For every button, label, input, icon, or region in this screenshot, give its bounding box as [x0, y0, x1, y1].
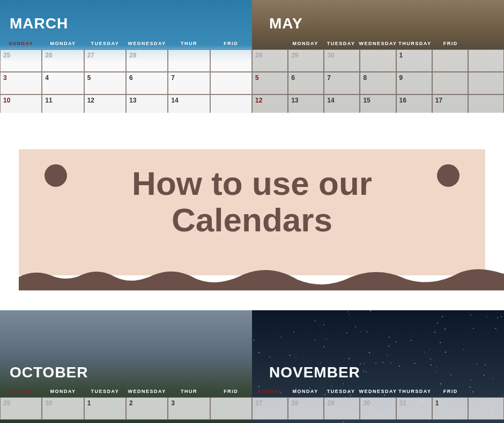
calendar-cell: 30	[324, 49, 360, 72]
banner-pin-left-icon	[45, 164, 67, 187]
calendar-grid-october: 2930123	[0, 397, 252, 420]
day-header-label: SUNDAY	[252, 386, 287, 396]
day-header-label: MONDAY	[287, 386, 323, 396]
calendar-cell: 15	[360, 94, 396, 113]
calendar-row: 2829301	[252, 49, 504, 72]
calendar-may: MAY MONDAYTUESDAYWEDNESDAYTHURSDAYFRID 2…	[252, 0, 504, 113]
calendar-cell: 1	[432, 397, 468, 420]
bottom-calendars: OCTOBER SUNDAYMONDAYTUESDAYWEDNESDAYTHUR…	[0, 310, 504, 423]
month-title-november: NOVEMBER	[269, 364, 360, 381]
day-headers-november: SUNDAYMONDAYTUESDAYWEDNESDAYTHURSDAYFRID	[252, 386, 504, 396]
calendar-cell: 12	[84, 94, 126, 113]
banner-pin-right-icon	[437, 164, 459, 187]
banner-section: How to use our Calendars	[0, 113, 504, 311]
calendar-cell: 10	[0, 94, 42, 113]
calendar-cell: 2	[126, 397, 168, 420]
calendar-cell: 26	[42, 49, 84, 72]
day-header-label: WEDNESDAY	[126, 386, 168, 396]
calendar-cell: 29	[324, 397, 360, 420]
day-header-label: THUR	[168, 386, 210, 396]
calendar-cell: 1	[396, 49, 432, 72]
day-header-label: FRID	[210, 39, 252, 48]
banner-title: How to use our Calendars	[67, 165, 437, 238]
calendar-cell: 28	[252, 49, 288, 72]
day-headers-october: SUNDAYMONDAYTUESDAYWEDNESDAYTHURFRID	[0, 386, 252, 396]
day-header-label: FRID	[433, 386, 468, 396]
calendar-cell	[468, 397, 504, 420]
day-header-label: MONDAY	[42, 39, 84, 48]
calendar-cell: 14	[168, 94, 210, 113]
calendar-cell: 29	[288, 49, 324, 72]
calendar-grid-march: 25262728345671011121314	[0, 49, 252, 113]
top-calendars: MARCH SUNDAYMONDAYTUESDAYWEDNESDAYTHURFR…	[0, 0, 504, 113]
calendar-cell: 7	[324, 72, 360, 94]
calendar-cell: 14	[324, 94, 360, 113]
calendar-cell	[210, 397, 252, 420]
banner: How to use our Calendars	[19, 149, 485, 275]
calendar-cell: 31	[396, 397, 432, 420]
calendar-cell: 4	[42, 72, 84, 94]
month-title-march: MARCH	[10, 15, 68, 32]
calendar-row: 2930123	[0, 397, 252, 420]
banner-torn-edge-icon	[19, 264, 504, 290]
calendar-cell: 29	[0, 397, 42, 420]
calendar-cell: 16	[396, 94, 432, 113]
day-header-label	[469, 386, 504, 396]
day-header-label: FRID	[210, 386, 252, 396]
calendar-row: 34567	[0, 72, 252, 94]
day-header-label: WEDNESDAY	[359, 386, 397, 396]
calendar-cell: 25	[0, 49, 42, 72]
calendar-cell	[210, 72, 252, 94]
calendar-cell: 5	[252, 72, 288, 94]
calendar-cell	[432, 49, 468, 72]
day-header-label: TUESDAY	[323, 39, 359, 48]
day-headers-may: MONDAYTUESDAYWEDNESDAYTHURSDAYFRID	[252, 39, 504, 48]
day-header-label: MONDAY	[287, 39, 323, 48]
calendar-cell: 7	[168, 72, 210, 94]
calendar-row: 27282930311	[252, 397, 504, 420]
day-header-label: FRID	[433, 39, 468, 48]
calendar-cell	[468, 94, 504, 113]
day-header-label: TUESDAY	[84, 386, 126, 396]
calendar-cell: 3	[0, 72, 42, 94]
day-header-label: THUR	[168, 39, 210, 48]
calendar-cell: 12	[252, 94, 288, 113]
calendar-cell: 13	[288, 94, 324, 113]
calendar-row: 121314151617	[252, 94, 504, 113]
day-header-label: TUESDAY	[84, 39, 126, 48]
calendar-cell: 1	[84, 397, 126, 420]
calendar-cell: 28	[288, 397, 324, 420]
day-header-label: THURSDAY	[397, 386, 433, 396]
calendar-march: MARCH SUNDAYMONDAYTUESDAYWEDNESDAYTHURFR…	[0, 0, 252, 113]
calendar-cell: 3	[168, 397, 210, 420]
calendar-cell	[360, 49, 396, 72]
calendar-cell: 30	[360, 397, 396, 420]
calendar-cell	[168, 49, 210, 72]
day-header-label: WEDNESDAY	[126, 39, 168, 48]
calendar-row: 25262728	[0, 49, 252, 72]
calendar-cell: 30	[42, 397, 84, 420]
day-header-label: THURSDAY	[397, 39, 433, 48]
calendar-cell: 11	[42, 94, 84, 113]
calendar-cell: 6	[288, 72, 324, 94]
calendar-cell: 28	[126, 49, 168, 72]
calendar-row: 1011121314	[0, 94, 252, 113]
month-title-may: MAY	[269, 15, 303, 32]
calendar-november: NOVEMBER SUNDAYMONDAYTUESDAYWEDNESDAYTHU…	[252, 310, 504, 423]
calendar-grid-november: 27282930311	[252, 397, 504, 420]
calendar-october: OCTOBER SUNDAYMONDAYTUESDAYWEDNESDAYTHUR…	[0, 310, 252, 423]
calendar-cell	[468, 72, 504, 94]
calendar-cell	[468, 49, 504, 72]
day-header-label: WEDNESDAY	[359, 39, 397, 48]
calendar-cell: 5	[84, 72, 126, 94]
calendar-cell: 9	[396, 72, 432, 94]
day-headers-march: SUNDAYMONDAYTUESDAYWEDNESDAYTHURFRID	[0, 39, 252, 48]
day-header-label	[469, 39, 504, 48]
calendar-cell: 27	[252, 397, 288, 420]
day-header-label: MONDAY	[42, 386, 84, 396]
calendar-cell	[210, 94, 252, 113]
calendar-row: 56789	[252, 72, 504, 94]
calendar-grid-may: 282930156789121314151617	[252, 49, 504, 113]
day-header-label: SUNDAY	[0, 39, 42, 48]
calendar-cell: 17	[432, 94, 468, 113]
